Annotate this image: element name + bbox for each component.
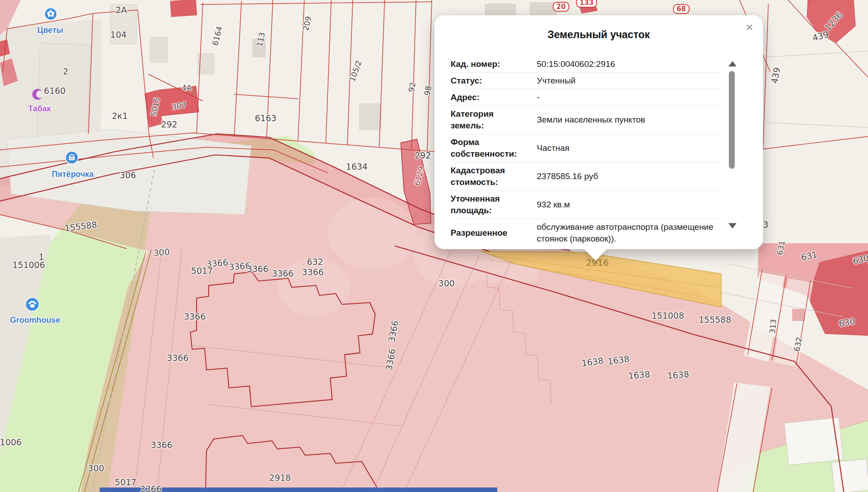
field-value: 50:15:0040602:2916 <box>537 58 723 70</box>
parcel-label: 3366 <box>151 440 172 450</box>
popup-title: Земельный участок <box>461 29 736 41</box>
field-label: Уточненная площадь: <box>451 193 528 216</box>
parcel-label: 3366 <box>140 484 162 492</box>
parcel-label: 6160 <box>44 86 66 96</box>
parcel-label: 5017 <box>191 266 213 276</box>
parcel-label: 1006 <box>0 437 22 447</box>
parcel-label: 292 <box>415 150 431 160</box>
parcel-label: 133 <box>576 0 597 8</box>
scroll-down-icon[interactable] <box>728 223 736 228</box>
parcel-label: 3366 <box>184 312 206 321</box>
parcel-label: 151006 <box>13 260 45 270</box>
close-icon[interactable]: × <box>743 21 756 34</box>
parcel-label: 155588 <box>699 315 732 325</box>
parcel-label: 2к1 <box>112 111 128 121</box>
parcel-label: 151008 <box>652 311 684 321</box>
popup-fields: Кад. номер:50:15:0040602:2916 Статус:Учт… <box>451 56 723 247</box>
cadastral-map-viewer: Цветы Табак Пятёрочка Groomhouse 2А 104 … <box>0 0 868 492</box>
scroll-up-icon[interactable] <box>728 61 736 66</box>
parcel-label: 2918 <box>269 473 291 483</box>
parcel-label: 300 <box>438 278 455 288</box>
parcel-label: 2 <box>63 66 68 76</box>
parcel-label: 3366 <box>302 267 324 277</box>
parcel-label: 632 <box>307 257 323 267</box>
popup-scrollbar[interactable] <box>729 71 735 169</box>
poi-pyaterochka[interactable]: Пятёрочка <box>52 170 93 179</box>
parcel-label: 306 <box>120 170 136 180</box>
field-row: Форма собственности:Частная <box>451 134 723 163</box>
field-row: Разрешенноеобслуживание автотранспорта (… <box>451 219 723 247</box>
field-value: 932 кв.м <box>537 199 723 211</box>
field-value: Частная <box>537 142 723 154</box>
parcel-label: 1638 <box>628 369 650 381</box>
parcel-label: 20 <box>553 2 570 12</box>
parcel-label: 1638 <box>667 369 689 381</box>
flower-icon[interactable] <box>44 7 57 22</box>
parcel-label: 2А <box>115 5 127 15</box>
field-label: Адрес: <box>451 92 528 103</box>
field-value: Земли населенных пунктов <box>537 114 723 126</box>
parcel-label: 6163 <box>255 113 276 123</box>
parcel-label: 4А <box>182 83 192 92</box>
field-label: Статус: <box>451 75 528 87</box>
basket-icon[interactable] <box>65 150 79 167</box>
poi-tobacco[interactable]: Табак <box>28 104 51 114</box>
field-label: Разрешенное <box>451 227 528 239</box>
field-row: Кадастровая стоимость:2378585.16 руб <box>451 163 723 191</box>
field-value: - <box>537 92 723 103</box>
parcel-label: 3366 <box>247 264 268 274</box>
selected-parcel-label: 2916 <box>586 257 609 268</box>
field-label: Кад. номер: <box>451 58 528 70</box>
field-label: Категория земель: <box>451 108 528 132</box>
field-label: Кадастровая стоимость: <box>451 165 528 188</box>
parcel-label: 3366 <box>167 353 189 363</box>
poi-groomhouse[interactable]: Groomhouse <box>10 316 60 325</box>
poi-flowers[interactable]: Цветы <box>37 26 63 35</box>
parcel-label: 92 <box>407 82 417 93</box>
field-value: обслуживание автотранспорта (размещение … <box>537 221 723 245</box>
parcel-label: 3 <box>763 220 768 229</box>
field-row: Категория земель:Земли населенных пункто… <box>451 106 723 134</box>
parcel-label: 3366 <box>272 268 294 278</box>
parcel-info-popup: Земельный участок Кад. номер:50:15:00406… <box>434 15 763 249</box>
field-label: Форма собственности: <box>451 136 528 160</box>
parcel-label: 98 <box>422 85 433 97</box>
field-row: Кад. номер:50:15:0040602:2916 <box>451 56 723 73</box>
parcel-label: 292 <box>161 119 177 129</box>
field-value: 2378585.16 руб <box>537 171 723 182</box>
parcel-label: 104 <box>110 30 127 40</box>
parcel-label: 68 <box>673 4 690 14</box>
field-row: Статус:Учтенный <box>451 73 723 89</box>
parcel-label: 300 <box>153 246 170 258</box>
parcel-label: 5017 <box>115 477 136 487</box>
parcel-label: 1634 <box>346 162 368 171</box>
parcel-label: 313 <box>768 319 778 334</box>
crescent-icon[interactable] <box>31 88 44 102</box>
field-row: Уточненная площадь:932 кв.м <box>451 191 723 219</box>
field-value: Учтенный <box>537 75 723 87</box>
parcel-label: 300 <box>88 463 104 473</box>
field-row: Адрес:- <box>451 89 723 106</box>
paw-icon[interactable] <box>25 297 40 314</box>
